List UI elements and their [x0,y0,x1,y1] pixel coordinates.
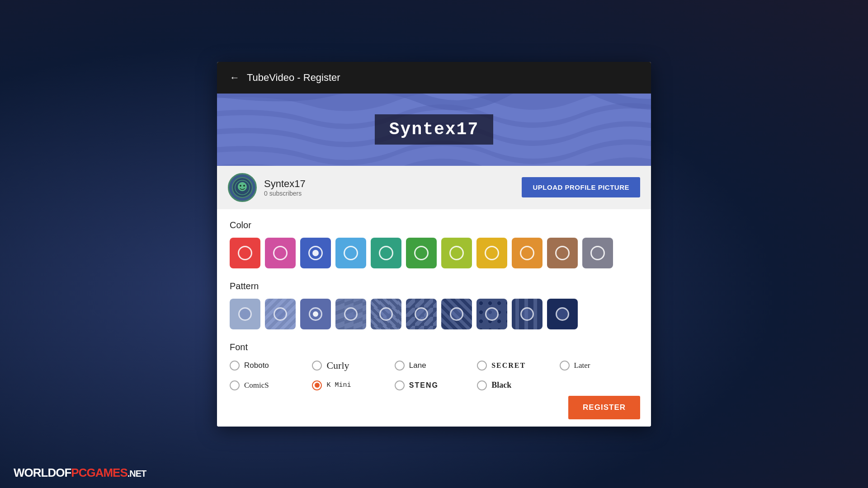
pattern-grid [230,299,638,329]
color-swatch-yellow-green[interactable] [441,238,472,268]
title-bar: ← TubeVideo - Register [217,62,651,94]
svg-point-4 [240,185,241,187]
font-label-secret: SECRET [491,361,526,370]
font-label-kmini: K Mini [326,381,351,389]
font-grid: RobotoCurlyLaneSECRETLaterComicSK MiniST… [230,360,638,390]
font-option-later[interactable]: Later [560,360,638,371]
pattern-swatch-plain[interactable] [230,299,260,329]
font-label-roboto: Roboto [244,361,269,370]
font-label-curly: Curly [326,360,349,371]
font-label-steng: STENG [409,381,439,389]
font-option-roboto[interactable]: Roboto [230,360,308,371]
pattern-swatch-circle[interactable] [300,299,331,329]
color-section-title: Color [230,220,638,230]
font-label-later: Later [574,361,590,370]
color-swatch-brown[interactable] [547,238,578,268]
font-option-lane[interactable]: Lane [395,360,473,371]
color-swatch-gray[interactable] [582,238,613,268]
pattern-swatch-cross[interactable] [512,299,542,329]
font-radio-secret [477,361,487,371]
color-swatch-teal[interactable] [371,238,401,268]
color-swatch-orange[interactable] [512,238,542,268]
pattern-swatch-diamond[interactable] [441,299,472,329]
font-radio-comics [230,380,240,390]
color-swatch-yellow[interactable] [476,238,507,268]
subscriber-count: 0 subscribers [264,190,306,197]
watermark-games: GAMES [86,466,127,479]
font-radio-curly [312,361,322,371]
font-radio-kmini [312,380,322,390]
color-swatch-red[interactable] [230,238,260,268]
upload-profile-picture-button[interactable]: UPLOAD PROFILE PICTURE [522,177,640,197]
font-radio-steng [395,380,405,390]
profile-left: Syntex17 0 subscribers [228,173,306,202]
font-label-black: Black [491,380,511,390]
watermark-pc: PC [71,466,86,479]
pattern-swatch-curve1[interactable] [406,299,437,329]
font-option-kmini[interactable]: K Mini [312,380,391,390]
watermark: WORLDOFPCGAMES.NET [14,466,146,480]
font-label-lane: Lane [409,361,426,370]
font-option-comics[interactable]: ComicS [230,380,308,390]
color-swatch-blue-dark[interactable] [300,238,331,268]
page-title: TubeVideo - Register [247,72,340,84]
color-swatch-blue-light[interactable] [335,238,366,268]
font-option-black[interactable]: Black [477,380,556,390]
color-grid [230,238,638,268]
avatar [228,173,257,202]
main-wrapper: Color Pattern Font RobotoCurlyLaneSECRET… [217,209,651,427]
watermark-net: .NET [127,469,146,479]
pattern-section-title: Pattern [230,281,638,291]
pattern-swatch-stripe1[interactable] [371,299,401,329]
register-area: REGISTER [557,389,651,427]
font-radio-lane [395,361,405,371]
watermark-world: WORLD [14,466,56,479]
svg-point-5 [243,185,245,187]
pattern-swatch-dots[interactable] [476,299,507,329]
profile-username: Syntex17 [264,178,306,190]
font-radio-roboto [230,361,240,371]
color-swatch-pink[interactable] [265,238,296,268]
font-section-title: Font [230,342,638,352]
font-option-secret[interactable]: SECRET [477,360,556,371]
font-radio-later [560,361,570,371]
font-radio-black [477,380,487,390]
font-option-curly[interactable]: Curly [312,360,391,371]
font-label-comics: ComicS [244,381,269,390]
profile-section: Syntex17 0 subscribers UPLOAD PROFILE PI… [217,166,651,209]
pattern-swatch-wave1[interactable] [335,299,366,329]
register-button[interactable]: REGISTER [568,396,640,419]
back-button[interactable]: ← [230,72,240,84]
pattern-swatch-swirl[interactable] [265,299,296,329]
profile-info: Syntex17 0 subscribers [264,178,306,197]
watermark-of: OF [56,466,71,479]
font-option-steng[interactable]: STENG [395,380,473,390]
banner: Syntex17 [217,94,651,166]
color-swatch-green[interactable] [406,238,437,268]
app-window: ← TubeVideo - Register Syntex17 [217,62,651,427]
pattern-swatch-scatter[interactable] [547,299,578,329]
banner-username: Syntex17 [375,114,493,145]
